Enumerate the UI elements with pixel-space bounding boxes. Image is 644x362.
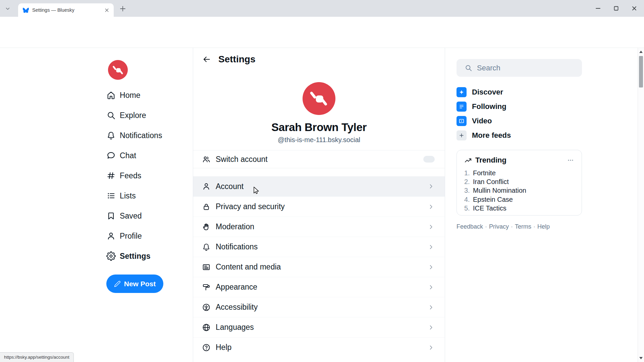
search-input[interactable] [477,64,574,72]
window-maximize-button[interactable] [607,0,625,17]
trending-item[interactable]: 3.Mullin Nomination [464,186,574,195]
trending-card: Trending 1.Fortnite 2.Iran Conflict 3.Mu… [457,150,582,216]
separator: · [485,223,487,230]
browser-toolbar: bsky.app/settings S [0,17,644,36]
settings-item-notifications[interactable]: Notifications [193,237,445,257]
settings-item-label: Notifications [216,242,258,251]
settings-item-privacy-security[interactable]: Privacy and security [193,196,445,217]
right-footer-links: Feedback·Privacy·Terms·Help [457,223,550,230]
settings-item-account[interactable]: Account [193,176,445,196]
chevron-right-icon [427,284,435,291]
page-scrollbar[interactable] [638,48,644,362]
trend-label: Mullin Nomination [473,187,526,194]
settings-item-content-media[interactable]: Content and media [193,257,445,277]
settings-item-moderation[interactable]: Moderation [193,217,445,237]
plus-icon [457,130,467,140]
trend-label: Fortnite [473,169,496,177]
sidebar-item-settings[interactable]: Settings [106,246,162,266]
feed-label: Video [472,117,492,125]
feed-link-following[interactable]: Following [457,99,582,114]
profile-avatar[interactable] [303,82,335,115]
feed-label: Following [472,102,506,111]
tab-title: Settings — Bluesky [32,7,101,13]
profile-summary: Sarah Brown Tyler @this-is-me-111.bsky.s… [193,82,445,144]
bell-icon [106,131,116,140]
switch-account-indicator [423,156,435,163]
settings-item-label: Account [216,182,244,191]
more-options-icon[interactable] [567,157,574,164]
sidebar-item-chat[interactable]: Chat [106,145,162,166]
sidebar-item-home[interactable]: Home [106,85,162,105]
separator: · [533,223,535,230]
settings-item-label: Moderation [216,222,254,231]
sidebar-item-label: Lists [120,191,136,200]
feed-links: Discover Following Video More feeds [457,85,582,142]
new-tab-icon[interactable] [119,5,127,13]
trending-item[interactable]: 1.Fortnite [464,169,574,177]
sidebar-item-feeds[interactable]: Feeds [106,166,162,186]
video-feed-icon [457,116,467,126]
sidebar-item-label: Profile [120,232,142,241]
feed-label: Discover [472,88,503,97]
scrollbar-thumb[interactable] [639,56,643,87]
discover-feed-icon [457,87,467,97]
sidebar-item-explore[interactable]: Explore [106,105,162,125]
trend-rank: 2. [464,178,473,186]
sidebar-item-saved[interactable]: Saved [106,206,162,226]
sidebar-item-label: Home [120,91,141,100]
bookmarks-bar [0,36,644,48]
window-close-button[interactable] [625,0,643,17]
scroll-up-arrow[interactable] [639,51,643,53]
settings-item-languages[interactable]: Languages [193,317,445,337]
chevron-right-icon [427,183,435,190]
settings-item-accessibility[interactable]: Accessibility [193,297,445,317]
bluesky-favicon [23,7,29,13]
privacy-link[interactable]: Privacy [489,223,509,230]
trending-item[interactable]: 5.ICE Tactics [464,204,574,213]
tab-search-chevron-icon[interactable] [5,6,11,12]
status-url-bubble: https://bsky.app/settings/account [0,352,74,362]
trend-rank: 4. [464,196,473,203]
mouse-cursor [252,186,261,195]
trending-up-icon [464,157,472,164]
switch-account-row[interactable]: Switch account [193,150,445,168]
scroll-down-arrow[interactable] [639,357,643,359]
bookmark-icon [106,211,116,221]
settings-item-label: Languages [216,323,254,332]
feed-link-discover[interactable]: Discover [457,85,582,99]
terms-link[interactable]: Terms [515,223,531,230]
help-link[interactable]: Help [537,223,550,230]
back-arrow-icon[interactable] [202,55,211,64]
globe-icon [202,323,211,332]
profile-handle: @this-is-me-111.bsky.social [193,136,445,144]
search-icon [465,64,472,72]
search-bar[interactable] [457,59,582,77]
settings-item-help[interactable]: Help [193,337,445,357]
feedback-link[interactable]: Feedback [457,223,483,230]
sidebar-item-lists[interactable]: Lists [106,186,162,206]
screen: Settings — Bluesky bsky.app/settings S [0,0,644,362]
home-icon [106,90,116,100]
settings-items: Account Privacy and security Moderation … [193,176,445,357]
new-post-button[interactable]: New Post [106,275,163,293]
trending-item[interactable]: 4.Epstein Case [464,195,574,204]
account-avatar-small[interactable] [108,60,128,80]
tab-close-icon[interactable] [104,7,110,13]
sidebar-item-profile[interactable]: Profile [106,226,162,246]
feed-link-more-feeds[interactable]: More feeds [457,128,582,142]
browser-tab[interactable]: Settings — Bluesky [18,3,114,17]
settings-item-appearance[interactable]: Appearance [193,277,445,297]
trending-item[interactable]: 2.Iran Conflict [464,177,574,186]
chevron-right-icon [427,223,435,231]
settings-header: Settings [193,48,445,71]
browser-tab-strip: Settings — Bluesky [0,0,644,17]
feed-link-video[interactable]: Video [457,114,582,128]
trend-label: ICE Tactics [473,204,506,212]
paint-roller-icon [202,283,211,292]
chevron-right-icon [427,243,435,251]
window-minimize-button[interactable] [589,0,607,17]
settings-item-label: Appearance [216,283,257,292]
bluesky-page: Home Explore Notifications Chat Feeds Li… [0,48,644,362]
sidebar-item-notifications[interactable]: Notifications [106,125,162,145]
switch-account-label: Switch account [216,155,268,164]
